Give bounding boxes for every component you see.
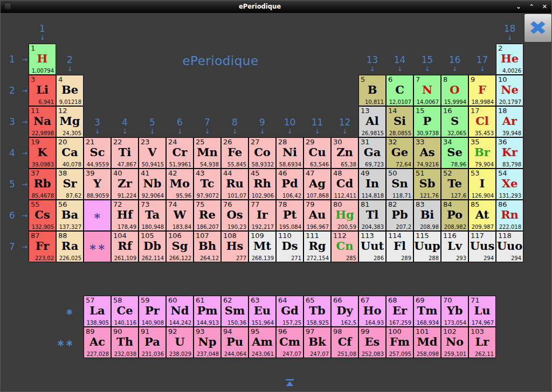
element-cell-Np[interactable]: 93Np237,048: [194, 327, 221, 358]
element-cell-Cl[interactable]: 17Cl35,453: [468, 106, 496, 137]
element-cell-Fr[interactable]: 87Fr223,02: [29, 231, 56, 262]
element-cell-Fe[interactable]: 26Fe55,845: [221, 137, 249, 169]
element-cell-Ir[interactable]: 77Ir192,217: [249, 200, 276, 231]
group-header-10[interactable]: 10↓: [276, 118, 303, 135]
period-label-4[interactable]: 4→: [9, 137, 27, 169]
element-cell-S[interactable]: 16S32,065: [441, 106, 468, 137]
quit-app-button[interactable]: ✖: [524, 13, 552, 43]
element-cell-N[interactable]: 7N14,0067: [413, 75, 441, 106]
element-cell-Gd[interactable]: 64Gd157,25: [276, 296, 303, 327]
element-cell-V[interactable]: 23V50,9415: [139, 137, 166, 169]
element-cell-Yb[interactable]: 70Yb173,054: [441, 296, 468, 327]
period-label-1[interactable]: 1→: [9, 44, 27, 75]
group-header-16[interactable]: 16↓: [441, 55, 468, 72]
element-cell-Si[interactable]: 14Si28,0855: [386, 106, 413, 137]
element-cell-Ra[interactable]: 88Ra226,025: [56, 231, 84, 262]
element-cell-P[interactable]: 15P30,9738: [413, 106, 441, 137]
element-cell-Tm[interactable]: 69Tm168,934: [413, 296, 441, 327]
element-cell-U[interactable]: 92U238,029: [166, 327, 194, 358]
element-cell-Ni[interactable]: 28Ni58,6934: [276, 137, 303, 169]
group-header-3[interactable]: 3↓: [84, 118, 111, 135]
element-cell-Ga[interactable]: 31Ga69,723: [358, 137, 386, 169]
period-label-2[interactable]: 2→: [9, 75, 27, 106]
element-cell-Hf[interactable]: 72Hf178,49: [111, 200, 139, 231]
element-cell-Se[interactable]: 34Se78,96: [441, 137, 468, 169]
element-cell-Nd[interactable]: 60Nd144,242: [166, 296, 194, 327]
element-cell-Lr[interactable]: 103Lr262,11: [468, 327, 496, 358]
element-cell-Cf[interactable]: 98Cf251,08: [331, 327, 358, 358]
element-cell-Ne[interactable]: 10Ne20,1797: [496, 75, 523, 106]
element-cell-At[interactable]: 85At209,987: [468, 200, 496, 231]
element-cell-Be[interactable]: 4Be9,01218: [56, 75, 84, 106]
element-cell-Kr[interactable]: 36Kr83,798: [496, 137, 523, 169]
element-cell-In[interactable]: 49In114,818: [358, 169, 386, 200]
element-cell-Pd[interactable]: 46Pd106,42: [276, 169, 303, 200]
element-cell-Os[interactable]: 76Os190,23: [221, 200, 249, 231]
element-cell-Mt[interactable]: 109Mt268,139: [249, 231, 276, 262]
element-cell-W[interactable]: 74W183,84: [166, 200, 194, 231]
element-cell-B[interactable]: 5B10,811: [358, 75, 386, 106]
group-header-8[interactable]: 8↓: [221, 118, 249, 135]
period-label-7[interactable]: 7→: [9, 231, 27, 262]
group-header-1[interactable]: 1↓: [29, 24, 56, 41]
group-header-11[interactable]: 11↓: [303, 118, 331, 135]
element-cell-Fl[interactable]: 114Fl289: [386, 231, 413, 262]
element-cell-Db[interactable]: 105Db262,114: [139, 231, 166, 262]
element-cell-Rn[interactable]: 86Rn222,018: [496, 200, 523, 231]
element-cell-Fm[interactable]: 100Fm257,095: [386, 327, 413, 358]
group-header-6[interactable]: 6↓: [166, 118, 194, 135]
period-label-3[interactable]: 3→: [9, 106, 27, 137]
group-header-14[interactable]: 14↓: [386, 55, 413, 72]
element-cell-Tb[interactable]: 65Tb158,925: [303, 296, 331, 327]
element-cell-Pr[interactable]: 59Pr140,908: [139, 296, 166, 327]
element-cell-Ar[interactable]: 18Ar39,948: [496, 106, 523, 137]
element-cell-Ac[interactable]: 89Ac227,028: [84, 327, 111, 358]
element-cell-Cu[interactable]: 29Cu63,546: [303, 137, 331, 169]
group-header-12[interactable]: 12↓: [331, 118, 358, 135]
element-cell-Ag[interactable]: 47Ag107,868: [303, 169, 331, 200]
unshade-window-button[interactable]: ⌃: [529, 4, 534, 10]
element-cell-Li[interactable]: 3Li6,941: [29, 75, 56, 106]
element-cell-Es[interactable]: 99Es252,083: [358, 327, 386, 358]
element-cell-Bk[interactable]: 97Bk247,07: [303, 327, 331, 358]
lanthanide-placeholder-cell[interactable]: ∗: [84, 200, 111, 231]
element-cell-Ru[interactable]: 44Ru101,07: [221, 169, 249, 200]
element-cell-Ho[interactable]: 67Ho164,93: [358, 296, 386, 327]
element-cell-As[interactable]: 33As74,9216: [413, 137, 441, 169]
element-cell-He[interactable]: 2He4,0026: [496, 44, 523, 75]
element-cell-Pu[interactable]: 94Pu244,064: [221, 327, 249, 358]
group-header-15[interactable]: 15↓: [413, 55, 441, 72]
element-cell-Cs[interactable]: 55Cs132,905: [29, 200, 56, 231]
element-cell-Am[interactable]: 95Am243,061: [249, 327, 276, 358]
element-cell-H[interactable]: 1H1,00794: [29, 44, 56, 75]
shade-window-button[interactable]: ⌄: [516, 4, 521, 10]
element-cell-Rg[interactable]: 111Rg272,154: [303, 231, 331, 262]
element-cell-No[interactable]: 102No259,101: [441, 327, 468, 358]
element-cell-Uup[interactable]: 115Uup288: [413, 231, 441, 262]
element-cell-Hs[interactable]: 108Hs277: [221, 231, 249, 262]
period-label-5[interactable]: 5→: [9, 169, 27, 200]
element-cell-F[interactable]: 9F18,9984: [468, 75, 496, 106]
element-cell-Tc[interactable]: 43Tc97,9072: [194, 169, 221, 200]
element-cell-Au[interactable]: 79Au196,967: [303, 200, 331, 231]
element-cell-Lu[interactable]: 71Lu174,967: [468, 296, 496, 327]
element-cell-I[interactable]: 53I126,904: [468, 169, 496, 200]
element-cell-Md[interactable]: 101Md258,098: [413, 327, 441, 358]
element-cell-Tl[interactable]: 81Tl204,383: [358, 200, 386, 231]
element-cell-Rf[interactable]: 104Rf261,109: [111, 231, 139, 262]
group-header-4[interactable]: 4↓: [111, 118, 139, 135]
actinide-placeholder-cell[interactable]: ∗∗: [84, 231, 111, 262]
element-cell-Ds[interactable]: 110Ds271: [276, 231, 303, 262]
group-header-9[interactable]: 9↓: [249, 118, 276, 135]
element-cell-Sn[interactable]: 50Sn118,71: [386, 169, 413, 200]
element-cell-Cd[interactable]: 48Cd112,411: [331, 169, 358, 200]
element-cell-Ce[interactable]: 58Ce140,116: [111, 296, 139, 327]
group-header-18[interactable]: 18↓: [496, 24, 523, 41]
group-header-17[interactable]: 17↓: [468, 55, 496, 72]
element-cell-Pm[interactable]: 61Pm144,913: [194, 296, 221, 327]
element-cell-Xe[interactable]: 54Xe131,293: [496, 169, 523, 200]
element-cell-La[interactable]: 57La138,905: [84, 296, 111, 327]
element-cell-Mn[interactable]: 25Mn54,938: [194, 137, 221, 169]
element-cell-Nb[interactable]: 41Nb92,9064: [139, 169, 166, 200]
element-cell-Zr[interactable]: 40Zr91,224: [111, 169, 139, 200]
